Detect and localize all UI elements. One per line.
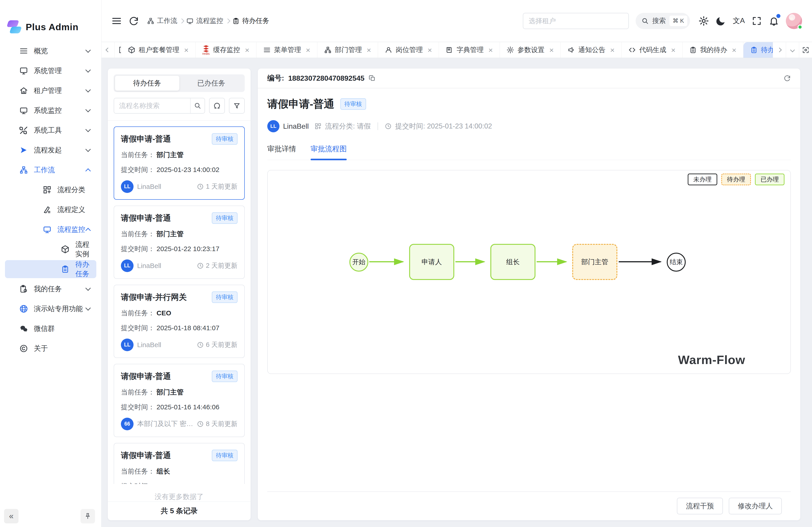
tenant-select-input[interactable] [523,13,629,29]
avatar: 66 [121,418,133,430]
breadcrumb-item[interactable]: 待办任务 [232,16,269,26]
task-filter-button[interactable] [229,98,245,114]
task-card[interactable]: 请假申请-并行网关 待审核 当前任务： CEO 提交时间： 2025-01-18… [114,285,245,358]
initiator-name: 本部门及以下 密码666... [137,419,193,428]
sidebar-item[interactable]: 流程发起 [5,141,96,159]
task-card-title: 请假申请-普通 [121,213,171,223]
task-reset-button[interactable] [209,98,225,114]
page-tab[interactable]: redis 菜单管理 × [257,42,317,58]
detail-tab[interactable]: 审批流程图 [310,144,347,160]
settings-gear-icon[interactable] [698,16,709,26]
sidebar-item[interactable]: 系统监控 [5,102,96,119]
sidebar-item[interactable]: 我的任务 [5,280,96,298]
flow-node[interactable]: 部门主管 [572,244,617,280]
sidebar-item[interactable]: 流程定义 [5,201,96,219]
tab-close-icon[interactable]: × [427,46,432,54]
task-segment-button[interactable]: 待办任务 [115,76,179,91]
detail-refresh-icon[interactable] [784,75,791,82]
tab-close-icon[interactable]: × [367,46,371,54]
task-card[interactable]: 请假申请-普通 待审核 当前任务： 部门主管 提交时间： 2025-01-23 … [114,126,245,200]
task-search-input[interactable] [114,98,190,113]
language-icon[interactable]: 文A [733,16,745,26]
sidebar-item[interactable]: 流程实例 [5,240,96,258]
page-tab[interactable]: redis 租户套餐管理 × [121,42,195,58]
tabs-scroll-right-icon[interactable] [773,42,786,58]
task-search-button[interactable] [190,98,205,113]
global-search-button[interactable]: 搜索 ⌘ K [636,13,690,29]
page-tab[interactable]: redis 代码生成 × [622,42,683,58]
sidebar-item[interactable]: 流程监控 [5,221,96,239]
sidebar-item[interactable]: 租户管理 [5,81,96,100]
submit-time-value: 2025-01-22 10:23:17 [157,245,219,253]
app-logo: Plus Admin [6,20,101,34]
status-badge: 待审核 [212,133,237,145]
page-tab[interactable]: redis 待办任务 × [743,42,773,58]
avatar: LL [121,259,133,272]
tab-close-icon[interactable]: × [732,46,737,54]
page-tabs-bar: redis × redis 租户套餐管理 × redis 缓存监控 × redi… [102,42,812,58]
tab-close-icon[interactable]: × [184,46,189,54]
tab-close-icon[interactable]: × [671,46,676,54]
page-tab[interactable]: redis 参数设置 × [500,42,561,58]
submit-time: 提交时间: 2025-01-23 14:00:02 [395,121,492,131]
sidebar-item[interactable]: 流程分类 [5,181,96,199]
flow-node[interactable]: 组长 [490,244,535,280]
sidebar-nav: 概览 系统管理 租户管理 系统监控 系统工具 流程发起 工作流 流程分类 [0,42,101,358]
page-tab[interactable]: redis 部门管理 × [317,42,378,58]
sidebar-item[interactable]: 系统工具 [5,121,96,139]
content-fullscreen-icon[interactable] [799,42,812,58]
tabs-scroll-left-icon[interactable] [102,42,115,58]
page-tab[interactable]: redis 字典管理 × [439,42,500,58]
notifications-bell-icon[interactable] [769,16,779,26]
flow-node[interactable]: 开始 [349,253,368,272]
page-tab[interactable]: redis 缓存监控 × [195,42,257,58]
tabs-dropdown-icon[interactable] [786,42,799,58]
chevron-icon [85,228,91,233]
sidebar-item[interactable]: 工作流 [5,161,96,179]
tab-close-icon[interactable]: × [306,46,310,54]
tab-icon: redis [628,46,636,54]
sidebar-collapse-button[interactable]: « [4,509,18,523]
detail-title: 请假申请-普通 [267,97,334,111]
task-card[interactable]: 请假申请-普通 待审核 当前任务： 组长 提交时间： 2025-01-16 14… [114,443,245,484]
task-card[interactable]: 请假申请-普通 待审核 当前任务： 部门主管 提交时间： 2025-01-16 … [114,364,245,437]
user-avatar[interactable] [786,13,802,29]
breadcrumb-item[interactable]: 工作流 [147,16,177,26]
flow-node[interactable]: 申请人 [409,244,454,280]
tab-icon: redis [507,46,514,54]
page-tab[interactable]: redis 我的待办 × [683,42,743,58]
sidebar-item-label: 待办任务 [75,260,90,278]
sidebar-pin-button[interactable] [81,509,95,523]
tab-close-icon[interactable]: × [549,46,554,54]
tab-close-icon[interactable]: × [245,46,249,54]
detail-action-button[interactable]: 流程干预 [677,498,723,514]
flow-node[interactable]: 结束 [667,253,686,272]
task-card-title: 请假申请-普通 [121,371,171,381]
detail-action-button[interactable]: 修改办理人 [729,498,782,514]
chevron-icon [85,107,91,112]
task-segment-button[interactable]: 已办任务 [179,76,244,91]
page-tab[interactable]: redis 通知公告 × [561,42,622,58]
flow-watermark: Warm-Flow [678,353,745,367]
sidebar-item[interactable]: 概览 [5,42,96,60]
sidebar-item[interactable]: 系统管理 [5,62,96,80]
task-card[interactable]: 请假申请-普通 待审核 当前任务： 部门主管 提交时间： 2025-01-22 … [114,206,245,279]
page-tab[interactable]: redis 岗位管理 × [378,42,439,58]
sidebar-item-label: 我的任务 [34,284,62,294]
sidebar-item-icon [19,325,28,333]
tab-close-icon[interactable]: × [488,46,493,54]
sidebar-item[interactable]: 微信群 [5,320,96,338]
collapse-menu-icon[interactable] [112,16,122,26]
clock-icon [197,183,204,190]
detail-tab[interactable]: 审批详情 [267,144,296,160]
sidebar-item[interactable]: 演示站专用功能 [5,300,96,318]
refresh-page-icon[interactable] [129,16,139,26]
tab-close-icon[interactable]: × [610,46,615,54]
breadcrumb-item[interactable]: 流程监控 [186,16,223,26]
sidebar-item[interactable]: 关于 [5,340,96,358]
sidebar-item[interactable]: 待办任务 [5,260,96,278]
dark-mode-moon-icon[interactable] [716,16,726,26]
copy-serial-icon[interactable] [368,75,376,82]
fullscreen-icon[interactable] [752,16,762,26]
page-tab[interactable]: redis × [115,42,121,58]
